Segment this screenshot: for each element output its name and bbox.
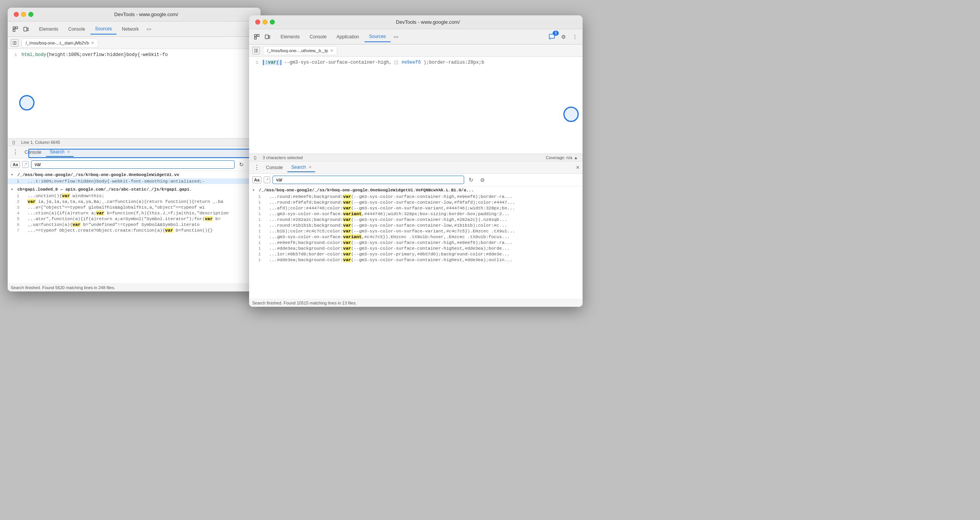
device-icon[interactable] (21, 25, 31, 34)
right-result-row-7[interactable]: 1 ...b1b);color:#c4c7c5;color:var(--gm3-… (249, 228, 583, 234)
minimize-button-right[interactable] (263, 20, 268, 25)
right-curly-braces-icon: {} (254, 155, 256, 160)
right-devtools-window: DevTools - www.google.com/ Elements Cons… (249, 15, 583, 307)
right-regex-toggle[interactable]: .* (264, 176, 270, 183)
right-bottom-tab-search[interactable]: Search × (287, 163, 315, 172)
file-tab-close[interactable]: × (91, 40, 94, 46)
line-column-status: Line 1, Column 6645 (21, 140, 60, 145)
right-file-tab-name: /_/mss/boq-one-...uthview,_b,_tp (267, 48, 328, 53)
right-result-file-1[interactable]: ▾ /_/mss/boq-one-google/_/ss/k=boq-one-g… (249, 186, 583, 194)
svg-rect-8 (257, 35, 259, 36)
right-result-row-11[interactable]: 1 ...lor:#0b57d0;border-color:var(--gm3-… (249, 251, 583, 257)
result-row-f2-l6[interactable]: 6 _.ua=function(a){var b="undefined"!=ty… (8, 222, 261, 227)
right-result-row-1[interactable]: 1 ...round:#e9eef6;background:var(--gm3-… (249, 194, 583, 199)
right-search-results: ▾ /_/mss/boq-one-google/_/ss/k=boq-one-g… (249, 186, 583, 299)
right-search-clear-btn[interactable]: ⊘ (478, 175, 487, 184)
svg-rect-11 (269, 36, 270, 38)
devtools-icons (11, 25, 31, 34)
right-window-title: DevTools - www.google.com/ (279, 19, 576, 25)
right-result-row-5[interactable]: 1 ...round:#282a2c;background:var(--gm3-… (249, 217, 583, 222)
maximize-button-right[interactable] (270, 20, 275, 25)
close-button-right[interactable] (255, 20, 260, 25)
svg-rect-10 (265, 35, 268, 39)
right-inspect-icon[interactable] (252, 32, 261, 41)
result-row-f2-l5[interactable]: 5 ...ator",function(a){if(a)return a;a=S… (8, 216, 261, 222)
tab-console[interactable]: Console (64, 24, 90, 34)
right-search-bar: Aa .* ↻ ⊘ (249, 174, 583, 186)
result-file-toggle-1: ▾ (11, 173, 13, 177)
result-row-f2-l2[interactable]: 2 var ia,ja,la,sa,ta,xa,ya,Ba;_.ca=funct… (8, 199, 261, 204)
right-panel-close-btn[interactable]: × (576, 164, 579, 171)
settings-icon[interactable]: ⚙ (559, 32, 568, 41)
right-result-row-6[interactable]: 1 ...round:#1b1b1b;background:var(--gm3-… (249, 222, 583, 228)
left-file-tab-bar: /_/mss/boq-one-...t,_stam,jMb2Vb × (8, 37, 261, 49)
right-tab-elements[interactable]: Elements (276, 32, 304, 42)
right-result-row-3[interactable]: 1 ...afd);color:#444746;color:var(--gm3-… (249, 205, 583, 211)
right-sidebar-toggle[interactable] (252, 47, 260, 54)
right-file-tab[interactable]: /_/mss/boq-one-...uthview,_b,_tp × (263, 46, 337, 55)
result-row-file1-line1[interactable]: 1 ...t:100%;overflow:hidden}body{-webkit… (8, 178, 261, 184)
right-result-row-12[interactable]: 1 ...#dde3ea;background-color:var(--gm3-… (249, 257, 583, 263)
tab-sources[interactable]: Sources (90, 24, 117, 35)
result-row-f2-l4[interactable]: 4 ...ction(a){if(a)return a;var b=functi… (8, 210, 261, 216)
right-tab-more[interactable]: >> (391, 33, 401, 41)
case-sensitive-toggle[interactable]: Aa (11, 161, 20, 168)
tab-network[interactable]: Network (117, 24, 143, 34)
right-result-row-10[interactable]: 1 ...#dde3ea;background-color:var(--gm3-… (249, 245, 583, 251)
left-search-bar: Aa .* ↻ ⊘ (8, 158, 261, 171)
minimize-button[interactable] (21, 12, 26, 17)
left-window-title: DevTools - www.google.com/ (38, 12, 254, 17)
right-bottom-tab-console[interactable]: Console (262, 163, 287, 172)
right-tab-sources[interactable]: Sources (364, 31, 391, 42)
right-device-icon[interactable] (263, 32, 272, 41)
right-result-file-name-1: /_/mss/boq-one-google/_/ss/k=boq-one-goo… (259, 188, 474, 193)
collapse-icon[interactable]: ▲ (574, 155, 578, 160)
left-file-tab[interactable]: /_/mss/boq-one-...t,_stam,jMb2Vb × (21, 38, 98, 48)
regex-toggle[interactable]: .* (22, 161, 29, 168)
right-result-row-4[interactable]: 1 ...gm3-sys-color-on-surface-variant,#4… (249, 211, 583, 217)
svg-rect-6 (15, 41, 16, 44)
result-row-f2-l7[interactable]: 7 ...==typeof Object.create?Object.creat… (8, 227, 261, 233)
svg-rect-15 (256, 49, 258, 52)
right-tab-console[interactable]: Console (305, 32, 331, 42)
bottom-dots-menu[interactable]: ⋮ (11, 148, 20, 156)
tab-more[interactable]: >> (144, 25, 154, 33)
right-tab-application[interactable]: Application (332, 32, 364, 42)
svg-rect-2 (13, 30, 15, 31)
source-code-content: html,body{height:100%;overflow:hidden}bo… (21, 52, 168, 58)
traffic-lights-left (14, 12, 33, 17)
sidebar-toggle[interactable] (11, 39, 18, 47)
right-bottom-panel: ⋮ Console Search × × Aa .* ↻ ⊘ ▾ /_/mss/… (249, 161, 583, 307)
svg-rect-7 (254, 35, 256, 36)
curly-braces-icon: {} (12, 140, 15, 145)
left-source-area: 1 html,body{height:100%;overflow:hidden}… (8, 49, 261, 138)
maximize-button[interactable] (28, 12, 33, 17)
right-result-row-8[interactable]: 1 ...gm3-sys-color-on-surface-variant,#c… (249, 234, 583, 240)
right-file-tab-close[interactable]: × (330, 48, 333, 53)
result-file-1[interactable]: ▾ /_/mss/boq-one-google/_/ss/k=boq-one-g… (8, 171, 261, 178)
inspect-icon[interactable] (11, 25, 20, 34)
tab-elements[interactable]: Elements (34, 24, 63, 34)
result-row-f2-l3[interactable]: 3 ...a=["object"==typeof globalThis&&glo… (8, 204, 261, 210)
left-search-input[interactable] (31, 160, 235, 169)
close-button[interactable] (14, 12, 19, 17)
right-search-input[interactable] (272, 176, 464, 184)
right-result-row-2[interactable]: 1 ...round:#f8fafd;background:var(--gm3-… (249, 199, 583, 205)
left-blue-selection-box (28, 149, 258, 158)
right-result-row-9[interactable]: 1 ...#e9eef6;background-color:var(--gm3-… (249, 240, 583, 245)
result-row-f2-l1[interactable]: 1 ...unction(){var window=this; (8, 193, 261, 199)
more-options-icon[interactable]: ⋮ (570, 32, 579, 41)
right-bottom-dots-menu[interactable]: ⋮ (252, 163, 261, 172)
search-refresh-btn[interactable]: ↻ (237, 160, 246, 169)
right-search-refresh-btn[interactable]: ↻ (466, 175, 476, 184)
result-file-2[interactable]: ▾ cb=gapi.loaded_0 — apis.google.com/_/s… (8, 186, 261, 193)
file-tab-name: /_/mss/boq-one-...t,_stam,jMb2Vb (26, 41, 89, 45)
right-search-close[interactable]: × (309, 165, 311, 170)
right-case-sensitive-toggle[interactable]: Aa (252, 176, 261, 183)
svg-rect-5 (13, 41, 15, 44)
chat-icon[interactable]: 8 (547, 32, 556, 41)
right-source-code-content: :var( --gm3-sys-color-surface-container-… (263, 60, 484, 65)
svg-rect-0 (13, 27, 15, 29)
svg-rect-9 (254, 37, 256, 39)
right-title-bar: DevTools - www.google.com/ (249, 15, 583, 29)
